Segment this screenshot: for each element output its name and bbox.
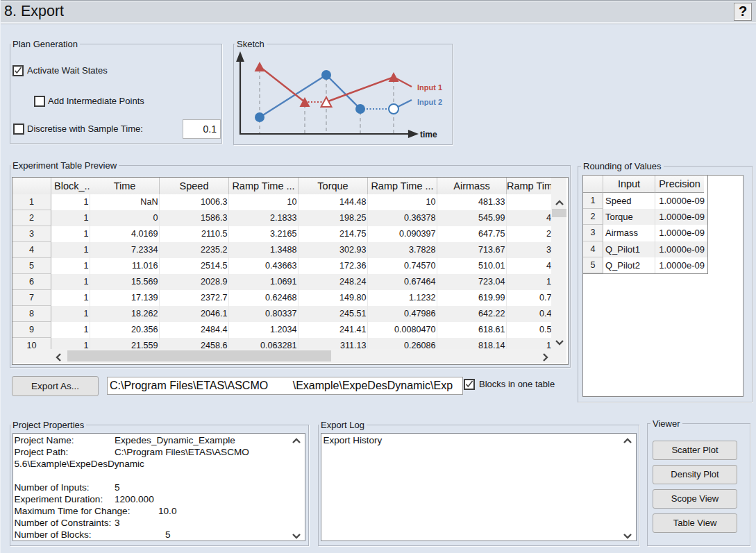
svg-text:time: time: [420, 130, 437, 139]
svg-text:Input 1: Input 1: [417, 83, 442, 92]
svg-text:Input 2: Input 2: [417, 98, 442, 106]
